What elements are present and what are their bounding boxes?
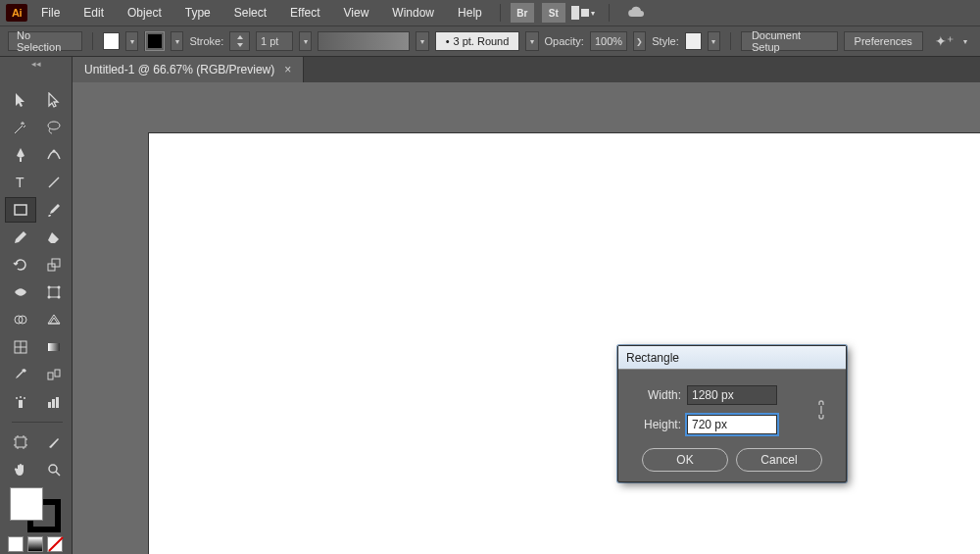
selection-tool[interactable] <box>6 88 35 112</box>
variable-width-profile[interactable] <box>318 31 410 51</box>
svg-rect-24 <box>56 397 59 408</box>
selection-indicator: No Selection <box>8 31 82 51</box>
ok-button[interactable]: OK <box>642 448 728 472</box>
menu-view[interactable]: View <box>334 2 379 24</box>
document-setup-button[interactable]: Document Setup <box>741 31 838 51</box>
svg-line-3 <box>49 177 59 187</box>
work-area: T <box>0 82 980 554</box>
menu-select[interactable]: Select <box>224 2 276 24</box>
none-mode-button[interactable] <box>47 536 63 552</box>
menu-type[interactable]: Type <box>175 2 220 24</box>
brush-label: 3 pt. Round <box>453 35 509 47</box>
style-label: Style: <box>652 35 679 47</box>
magic-wand-tool[interactable] <box>6 116 35 139</box>
stroke-dropdown[interactable]: ▾ <box>171 31 183 51</box>
fill-dropdown[interactable]: ▾ <box>125 31 138 51</box>
menu-bar: Ai File Edit Object Type Select Effect V… <box>0 0 980 25</box>
menu-file[interactable]: File <box>31 2 70 24</box>
menu-help[interactable]: Help <box>448 2 492 24</box>
svg-rect-4 <box>15 205 26 215</box>
hand-tool[interactable] <box>6 458 35 481</box>
menu-window[interactable]: Window <box>382 2 444 24</box>
artboard-tool[interactable] <box>6 430 35 454</box>
free-transform-tool[interactable] <box>39 280 69 304</box>
workspace-switcher[interactable]: ▾ <box>571 4 601 22</box>
width-field[interactable] <box>687 385 777 405</box>
pen-tool[interactable] <box>6 143 35 167</box>
mesh-tool[interactable] <box>6 335 35 359</box>
gradient-mode-button[interactable] <box>27 536 43 552</box>
opacity-label: Opacity: <box>545 35 584 47</box>
perspective-grid-tool[interactable] <box>39 308 69 331</box>
canvas-area[interactable]: Rectangle Width: Height: OK Cancel <box>73 82 980 554</box>
direct-selection-tool[interactable] <box>39 88 69 112</box>
fill-stroke-control[interactable] <box>10 487 61 532</box>
menu-object[interactable]: Object <box>118 2 172 24</box>
document-tab[interactable]: Untitled-1 @ 66.67% (RGB/Preview) × <box>73 57 304 82</box>
slice-tool[interactable] <box>39 430 69 454</box>
artboard[interactable] <box>149 133 980 554</box>
type-tool[interactable]: T <box>6 171 35 194</box>
document-tabstrip: ◂◂ Untitled-1 @ 66.67% (RGB/Preview) × <box>0 57 980 82</box>
svg-point-20 <box>20 396 22 398</box>
svg-rect-16 <box>48 373 53 379</box>
tools-panel: T <box>0 82 73 554</box>
stroke-weight-stepper[interactable] <box>229 31 250 51</box>
paintbrush-tool[interactable] <box>39 198 69 222</box>
line-segment-tool[interactable] <box>39 171 69 194</box>
lasso-tool[interactable] <box>39 116 69 139</box>
symbol-sprayer-tool[interactable] <box>6 390 35 414</box>
align-to-dropdown[interactable]: ▾ <box>959 31 972 51</box>
svg-point-10 <box>48 296 51 299</box>
constrain-proportions-icon[interactable] <box>814 399 828 424</box>
height-label: Height: <box>632 418 681 431</box>
eyedropper-tool[interactable] <box>6 363 35 386</box>
color-mode-button[interactable] <box>8 536 24 552</box>
fill-swatch[interactable] <box>103 32 120 50</box>
svg-point-26 <box>49 465 57 473</box>
variable-width-dropdown[interactable]: ▾ <box>416 31 428 51</box>
stock-button[interactable]: St <box>542 3 565 23</box>
height-field[interactable] <box>687 415 777 434</box>
stroke-weight-dropdown[interactable]: ▾ <box>299 31 312 51</box>
stroke-weight-field[interactable]: 1 pt <box>256 31 293 51</box>
graphic-style-swatch[interactable] <box>685 32 702 50</box>
graphic-style-dropdown[interactable]: ▾ <box>708 31 720 51</box>
gradient-tool[interactable] <box>39 335 69 359</box>
bridge-button[interactable]: Br <box>511 3 534 23</box>
scale-tool[interactable] <box>39 253 69 277</box>
cancel-button[interactable]: Cancel <box>736 448 822 472</box>
align-to-icon[interactable]: ✦⁺ <box>935 33 954 49</box>
menu-edit[interactable]: Edit <box>74 2 114 24</box>
width-tool[interactable] <box>6 280 35 304</box>
dialog-titlebar[interactable]: Rectangle <box>618 346 846 370</box>
rotate-tool[interactable] <box>6 253 35 277</box>
rectangle-dialog: Rectangle Width: Height: OK Cancel <box>617 345 847 482</box>
sync-settings-icon[interactable] <box>627 5 645 22</box>
opacity-field[interactable]: 100% <box>590 31 627 51</box>
pencil-tool[interactable] <box>6 226 35 249</box>
blend-tool[interactable] <box>39 363 69 386</box>
panel-collapse-button[interactable]: ◂◂ <box>0 57 73 82</box>
width-label: Width: <box>632 388 681 402</box>
column-graph-tool[interactable] <box>39 390 69 414</box>
close-tab-icon[interactable]: × <box>284 63 291 76</box>
svg-point-19 <box>16 397 18 399</box>
brush-dropdown[interactable]: ▾ <box>525 31 538 51</box>
shape-builder-tool[interactable] <box>6 308 35 331</box>
menu-effect[interactable]: Effect <box>280 2 329 24</box>
svg-rect-25 <box>16 437 25 447</box>
curvature-tool[interactable] <box>39 143 69 167</box>
fill-color-icon[interactable] <box>10 487 43 521</box>
eraser-tool[interactable] <box>39 226 69 249</box>
stroke-swatch[interactable] <box>144 31 165 51</box>
preferences-button[interactable]: Preferences <box>844 31 923 51</box>
svg-rect-23 <box>52 399 55 408</box>
svg-point-8 <box>48 286 51 289</box>
zoom-tool[interactable] <box>39 458 69 481</box>
opacity-dropdown[interactable]: ❯ <box>633 31 646 51</box>
brush-definition[interactable]: •3 pt. Round <box>435 31 520 51</box>
svg-point-11 <box>58 296 61 299</box>
svg-line-27 <box>56 472 60 476</box>
rectangle-tool[interactable] <box>6 198 35 222</box>
